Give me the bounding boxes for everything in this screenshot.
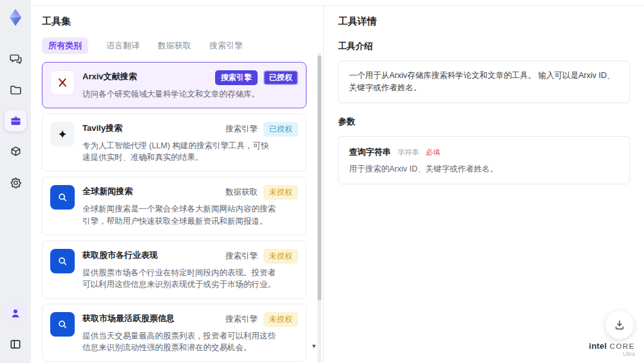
main-area: 工具集 所有类别 语言翻译 数据获取 搜索引擎 [31,0,644,363]
scroll-down-indicator[interactable]: ▼ [311,344,317,349]
user-icon [9,307,22,320]
tavily-star-icon: ✦ [50,122,75,146]
sidebar-item-chat[interactable] [5,48,26,70]
news-search-icon [50,185,75,210]
sidebar-item-settings[interactable] [5,172,26,193]
tool-card-global-news[interactable]: 全球新闻搜索 数据获取 未授权 全球新闻搜索是一个聚合全球各大新闻网站内容的搜索… [42,177,307,235]
tool-description: 提供股票市场各个行业在特定时间段内的表现。投资者可以利用这些信息来识别表现优于或… [82,267,277,290]
tool-card-tavily[interactable]: ✦ Tavily搜索 搜索引擎 已授权 专为人工智能代理 (LLM) 构建的搜索… [42,113,307,172]
tool-description: 专为人工智能代理 (LLM) 构建的搜索引擎工具，可快速提供实时、准确和真实的结… [82,140,277,163]
category-label: 搜索引擎 [225,314,258,325]
tab-all-categories[interactable]: 所有类别 [42,37,88,54]
category-tabs: 所有类别 语言翻译 数据获取 搜索引擎 [42,37,314,54]
tool-title: Arxiv文献搜索 [82,70,137,83]
folder-icon [9,83,23,97]
intro-text-box: 一个用于从Arxiv存储库搜索科学论文和文章的工具。 输入可以是Arxiv ID… [338,61,630,103]
auth-status-badge: 已授权 [263,122,298,137]
sidebar-item-toolset[interactable] [5,110,26,132]
rail-bottom [5,302,26,355]
cube-icon [9,145,23,159]
tool-list-pane: 工具集 所有类别 语言翻译 数据获取 搜索引擎 [31,6,324,363]
intel-core-logo: intel CORE Ultra [589,340,635,358]
tab-language-translation[interactable]: 语言翻译 [106,40,140,52]
download-icon [613,319,626,331]
params-heading: 参数 [338,116,630,128]
app-window: 工具集 所有类别 语言翻译 数据获取 搜索引擎 [0,0,644,363]
tool-title: Tavily搜索 [82,122,122,134]
tool-card-sector-performance[interactable]: 获取股市各行业表现 搜索引擎 未授权 提供股票市场各个行业在特定时间段内的表现。… [42,240,307,299]
gear-icon [9,176,23,190]
auth-status-badge: 已授权 [263,70,298,85]
tool-list: Arxiv文献搜索 搜索引擎 已授权 访问各个研究领域大量科学论文和文章的存储库… [42,62,314,363]
ultra-wordmark: Ultra [589,351,635,358]
list-scrollbar-thumb[interactable] [317,55,321,300]
left-rail [0,0,31,363]
chat-icon [9,52,23,66]
parameter-card: 查询字符串 字符串 必填 用于搜索的Arxiv ID、关键字或作者姓名。 [338,136,630,184]
parameter-description: 用于搜索的Arxiv ID、关键字或作者姓名。 [349,164,619,175]
intel-wordmark: intel [589,341,607,351]
category-label: 数据获取 [225,187,258,198]
page-title: 工具集 [42,15,314,28]
tool-card-arxiv[interactable]: Arxiv文献搜索 搜索引擎 已授权 访问各个研究领域大量科学论文和文章的存储库… [42,62,307,108]
app-logo-icon [6,8,25,27]
sidebar-item-panel-toggle[interactable] [5,333,26,355]
stock-active-icon [50,312,75,337]
tool-card-most-active-stocks[interactable]: 获取市场最活跃股票信息 搜索引擎 未授权 提供当天交易量最高的股票列表，投资者可… [42,304,307,362]
auth-status-badge: 未授权 [263,185,298,200]
tab-data-acquisition[interactable]: 数据获取 [158,40,191,52]
sidebar-item-packages[interactable] [5,141,26,162]
stock-sector-icon [50,249,75,273]
auth-status-badge: 未授权 [263,249,298,264]
tool-description: 全球新闻搜索是一个聚合全球各大新闻网站内容的搜索引擎，帮助用户快速获取全球最新资… [82,203,277,226]
parameter-required-flag: 必填 [426,148,440,156]
sidebar-item-folder[interactable] [5,79,26,101]
category-label: 搜索引擎 [225,124,258,135]
tool-description: 提供当天交易量最高的股票列表，投资者可以利用这些信息来识别流动性强的股票和潜在的… [82,330,277,353]
layout-icon [9,338,22,351]
parameter-header: 查询字符串 字符串 必填 [349,146,619,158]
sidebar-item-profile[interactable] [5,302,26,324]
list-scrollbar-track[interactable] [317,53,321,363]
core-wordmark: CORE [610,342,635,350]
parameter-type: 字符串 [397,148,419,156]
detail-title: 工具详情 [338,15,630,28]
tool-detail-pane: 工具详情 工具介绍 一个用于从Arxiv存储库搜索科学论文和文章的工具。 输入可… [324,6,644,363]
category-badge: 搜索引擎 [215,70,258,85]
tool-title: 获取股市各行业表现 [82,249,158,261]
tab-search-engine[interactable]: 搜索引擎 [209,40,243,52]
arxiv-logo-icon [50,70,75,95]
briefcase-icon [9,114,23,128]
tool-description: 访问各个研究领域大量科学论文和文章的存储库。 [82,88,277,100]
auth-status-badge: 未授权 [263,312,298,327]
category-label: 搜索引擎 [225,251,258,262]
parameter-name: 查询字符串 [349,147,391,157]
tool-title: 获取市场最活跃股票信息 [82,312,175,324]
rail-nav [5,48,26,193]
intro-heading: 工具介绍 [338,41,630,52]
tool-title: 全球新闻搜索 [82,185,133,197]
download-button[interactable] [605,311,634,339]
top-gap [31,0,644,5]
